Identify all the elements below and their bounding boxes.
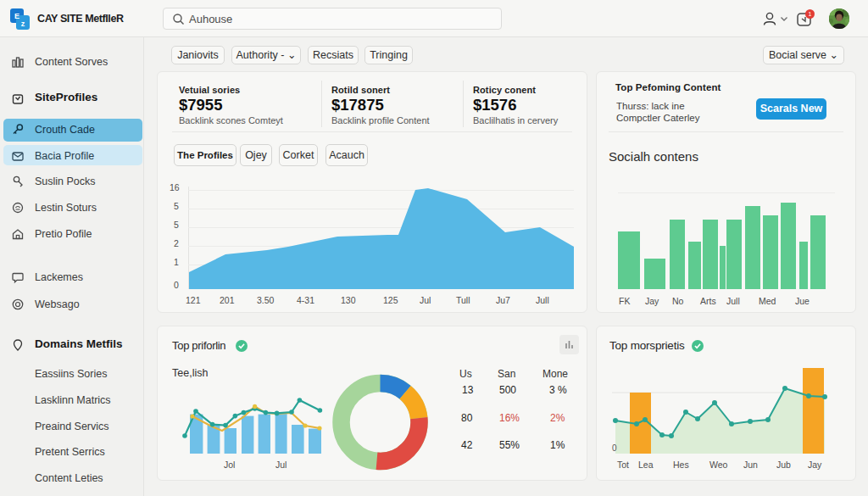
svg-text:E: E [14, 12, 19, 20]
svg-text:z: z [21, 20, 25, 28]
